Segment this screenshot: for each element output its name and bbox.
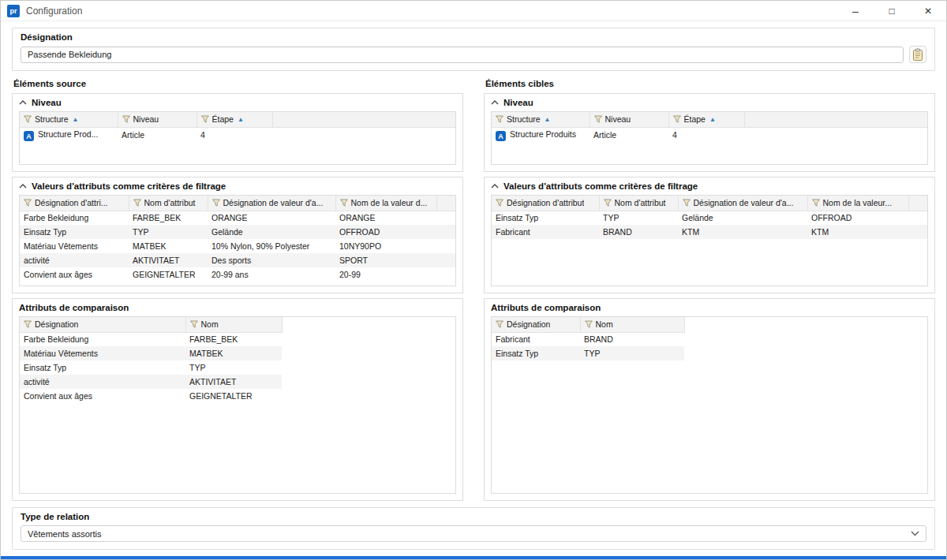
table-row[interactable]: FabricantBRANDKTMKTM bbox=[492, 225, 927, 239]
table-row[interactable]: Einsatz TypTYPGeländeOFFROAD bbox=[492, 211, 927, 225]
cell: Farbe Bekleidung bbox=[20, 211, 129, 225]
source-filter-values-table: Désignation d'attri...Nom d'attributDési… bbox=[20, 196, 455, 282]
table-row[interactable]: FabricantBRAND bbox=[492, 332, 684, 346]
column-header[interactable]: Étape▲ bbox=[197, 112, 272, 127]
target-niveau-collapse[interactable]: Niveau bbox=[485, 94, 934, 110]
panel-title: Valeurs d'attributs comme critères de fi… bbox=[32, 181, 226, 191]
table-row[interactable]: Convient aux âgesGEIGNETALTER bbox=[20, 389, 282, 403]
cell: 10NY90PO bbox=[335, 239, 436, 253]
column-header[interactable]: Étape▲ bbox=[668, 112, 744, 127]
paste-button[interactable] bbox=[909, 46, 926, 63]
table-row[interactable]: Matériau VêtementsMATBEK10% Nylon, 90% P… bbox=[20, 239, 455, 253]
column-header[interactable]: Désignation de valeur d'a... bbox=[678, 196, 807, 211]
column-filler bbox=[272, 112, 455, 127]
filter-icon bbox=[584, 319, 593, 329]
filter-icon bbox=[672, 114, 682, 124]
column-header[interactable]: Niveau bbox=[590, 112, 668, 127]
table-row[interactable]: AStructure Prod...Article4 bbox=[20, 127, 455, 143]
column-header[interactable]: Désignation bbox=[492, 317, 580, 332]
filter-icon bbox=[495, 114, 504, 124]
target-comparison-table-box: DésignationNomFabricantBRANDEinsatz TypT… bbox=[491, 316, 928, 494]
dialog-content: Désignation Éléments source bbox=[1, 21, 946, 556]
table-row[interactable]: Convient aux âgesGEIGNETALTER20-99 ans20… bbox=[20, 267, 455, 282]
column-filler bbox=[436, 196, 455, 211]
designation-input[interactable] bbox=[21, 47, 904, 63]
table-row[interactable]: AStructure ProduitsArticle4 bbox=[492, 127, 927, 143]
table-row[interactable]: Farbe BekleidungFARBE_BEKORANGEORANGE bbox=[20, 211, 455, 225]
column-header[interactable]: Nom d'attribut bbox=[599, 196, 678, 211]
cell: Fabricant bbox=[492, 225, 599, 239]
filter-icon bbox=[495, 319, 504, 329]
source-filter-values-collapse[interactable]: Valeurs d'attributs comme critères de fi… bbox=[13, 177, 462, 193]
filter-icon bbox=[23, 198, 32, 207]
maximize-button[interactable]: □ bbox=[874, 1, 910, 21]
filter-icon bbox=[122, 114, 131, 124]
column-header[interactable]: Désignation d'attri... bbox=[20, 196, 129, 211]
article-icon: A bbox=[496, 131, 506, 141]
cell: KTM bbox=[807, 225, 908, 239]
sort-asc-icon: ▲ bbox=[73, 116, 79, 123]
filter-icon bbox=[189, 319, 199, 329]
column-header[interactable]: Nom de la valeur d... bbox=[335, 196, 436, 211]
filter-icon bbox=[23, 114, 32, 124]
cell: activité bbox=[20, 375, 185, 389]
cell: AStructure Produits bbox=[492, 127, 590, 143]
app-icon: pr bbox=[7, 5, 20, 17]
chevron-up-icon bbox=[491, 184, 499, 189]
minimize-button[interactable]: – bbox=[837, 1, 874, 21]
window-accent-border bbox=[1, 556, 946, 559]
table-row[interactable]: Einsatz TypTYP bbox=[492, 346, 684, 360]
column-header[interactable]: Niveau bbox=[118, 112, 197, 127]
cell: Gelände bbox=[678, 211, 807, 225]
cell: BRAND bbox=[580, 332, 684, 346]
relation-type-label: Type de relation bbox=[21, 512, 926, 521]
target-elements-title: Éléments cibles bbox=[485, 79, 935, 88]
column-header[interactable]: Nom bbox=[185, 317, 282, 332]
column-filler bbox=[744, 112, 927, 127]
column-header[interactable]: Nom d'attribut bbox=[129, 196, 208, 211]
table-row[interactable]: activitéAKTIVITAET bbox=[20, 375, 282, 389]
chevron-down-icon bbox=[911, 531, 919, 536]
target-niveau-panel: Niveau Structure▲NiveauÉtape▲AStructure … bbox=[484, 93, 935, 172]
panel-title: Valeurs d'attributs comme critères de fi… bbox=[503, 181, 698, 191]
relation-type-select[interactable]: Vêtements assortis bbox=[21, 525, 926, 542]
cell: FARBE_BEK bbox=[185, 332, 282, 346]
close-button[interactable]: ✕ bbox=[910, 1, 946, 21]
column-header[interactable]: Structure▲ bbox=[20, 112, 118, 127]
column-header[interactable]: Désignation bbox=[20, 317, 185, 332]
table-row[interactable]: activitéAKTIVITAETDes sportsSPORT bbox=[20, 253, 455, 267]
table-row[interactable]: Einsatz TypTYP bbox=[20, 360, 282, 375]
cell: Matériau Vêtements bbox=[20, 346, 185, 360]
clipboard-icon bbox=[911, 48, 924, 62]
cell: Convient aux âges bbox=[20, 389, 185, 403]
column-header[interactable]: Désignation d'attribut bbox=[492, 196, 599, 211]
cell: Article bbox=[118, 127, 197, 143]
cell: OFFROAD bbox=[335, 225, 436, 239]
column-header[interactable]: Structure▲ bbox=[492, 112, 590, 127]
cell: 4 bbox=[197, 127, 272, 143]
panel-title: Attributs de comparaison bbox=[19, 303, 129, 312]
column-header[interactable]: Désignation de valeur d'a... bbox=[208, 196, 335, 211]
table-row[interactable]: Einsatz TypTYPGeländeOFFROAD bbox=[20, 225, 455, 239]
sort-asc-icon: ▲ bbox=[709, 116, 716, 123]
cell: GEIGNETALTER bbox=[185, 389, 282, 403]
filter-icon bbox=[339, 198, 349, 207]
target-filter-values-collapse[interactable]: Valeurs d'attributs comme critères de fi… bbox=[485, 177, 934, 193]
column-header[interactable]: Nom bbox=[580, 317, 684, 332]
column-filler bbox=[908, 196, 927, 211]
table-row[interactable]: Matériau VêtementsMATBEK bbox=[20, 346, 282, 360]
target-comparison-panel: Attributs de comparaison DésignationNomF… bbox=[484, 298, 935, 501]
filter-icon bbox=[211, 198, 221, 207]
cell: OFFROAD bbox=[807, 211, 908, 225]
cell: Einsatz Typ bbox=[492, 211, 599, 225]
cell: AKTIVITAET bbox=[185, 375, 282, 389]
cell: MATBEK bbox=[185, 346, 282, 360]
cell: 10% Nylon, 90% Polyester bbox=[208, 239, 335, 253]
cell: ORANGE bbox=[335, 211, 436, 225]
source-comparison-table-box: DésignationNomFarbe BekleidungFARBE_BEKM… bbox=[19, 316, 456, 494]
table-row[interactable]: Farbe BekleidungFARBE_BEK bbox=[20, 332, 282, 346]
elements-columns: Éléments source Niveau Structure▲NiveauÉ… bbox=[12, 79, 935, 501]
filter-icon bbox=[682, 198, 691, 207]
source-niveau-collapse[interactable]: Niveau bbox=[13, 94, 462, 110]
column-header[interactable]: Nom de la valeur... bbox=[807, 196, 908, 211]
